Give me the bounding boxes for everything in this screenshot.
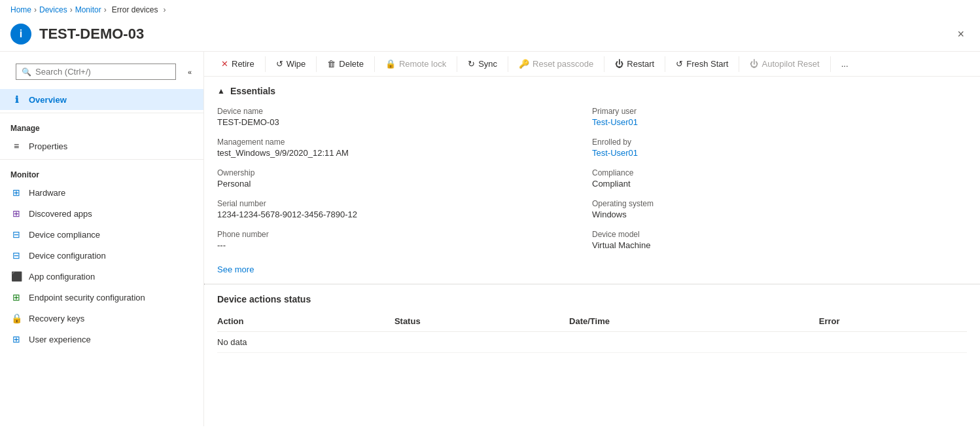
page-icon: i xyxy=(10,24,31,45)
toolbar-divider xyxy=(265,56,266,72)
essentials-title: Essentials xyxy=(230,86,275,96)
essentials-mgmt-name: Management name test_Windows_9/9/2020_12… xyxy=(217,134,592,164)
search-box[interactable]: 🔍 xyxy=(16,64,176,80)
close-button[interactable]: × xyxy=(952,25,970,44)
more-button[interactable]: ... xyxy=(835,56,855,72)
sidebar-item-overview[interactable]: ℹ Overview xyxy=(0,89,203,110)
col-error: Error xyxy=(819,312,967,332)
device-configuration-label: Device configuration xyxy=(29,251,106,261)
app-configuration-icon: ⬛ xyxy=(10,271,22,282)
primary-user-link[interactable]: Test-User01 xyxy=(592,117,638,127)
monitor-section-label: Monitor xyxy=(0,162,203,182)
sidebar-item-hardware[interactable]: ⊞ Hardware xyxy=(0,182,203,203)
overview-icon: ℹ xyxy=(10,94,22,105)
user-experience-icon: ⊞ xyxy=(10,334,22,344)
essentials-chevron: ▲ xyxy=(217,86,225,96)
device-actions-section: Device actions status Action Status Date… xyxy=(204,285,980,362)
restart-icon: ⏻ xyxy=(615,59,623,69)
delete-icon: 🗑 xyxy=(327,59,336,69)
essentials-os: Operating system Windows xyxy=(592,195,967,226)
sync-icon: ↻ xyxy=(468,59,475,69)
enrolled-by-link[interactable]: Test-User01 xyxy=(592,148,638,158)
breadcrumb-home[interactable]: Home xyxy=(10,5,31,14)
discovered-apps-label: Discovered apps xyxy=(29,209,92,219)
essentials-serial-number: Serial number 1234-1234-5678-9012-3456-7… xyxy=(217,195,592,226)
sidebar-item-device-configuration[interactable]: ⊟ Device configuration xyxy=(0,245,203,266)
user-experience-label: User experience xyxy=(29,335,91,344)
toolbar-divider-3 xyxy=(374,56,375,72)
search-icon: 🔍 xyxy=(22,67,31,77)
sidebar-item-recovery-keys[interactable]: 🔒 Recovery keys xyxy=(0,308,203,329)
reset-passcode-icon: 🔑 xyxy=(519,59,529,69)
essentials-ownership: Ownership Personal xyxy=(217,164,592,195)
collapse-button[interactable]: « xyxy=(184,67,196,77)
sidebar: 🔍 « ℹ Overview Manage ≡ Properties Monit… xyxy=(0,52,204,426)
overview-label: Overview xyxy=(29,95,67,105)
content-area: ✕ Retire ↺ Wipe 🗑 Delete 🔒 Remote lock ↻… xyxy=(204,52,980,426)
breadcrumb-monitor[interactable]: Monitor xyxy=(75,5,101,14)
wipe-button[interactable]: ↺ Wipe xyxy=(270,56,313,72)
main-layout: 🔍 « ℹ Overview Manage ≡ Properties Monit… xyxy=(0,52,980,426)
essentials-header[interactable]: ▲ Essentials xyxy=(204,77,980,103)
device-configuration-icon: ⊟ xyxy=(10,250,22,261)
col-datetime: Date/Time xyxy=(569,312,819,332)
essentials-right-col: Primary user Test-User01 Enrolled by Tes… xyxy=(592,103,967,257)
sidebar-item-device-compliance[interactable]: ⊟ Device compliance xyxy=(0,224,203,245)
essentials-enrolled-by: Enrolled by Test-User01 xyxy=(592,134,967,164)
sidebar-item-app-configuration[interactable]: ⬛ App configuration xyxy=(0,266,203,287)
device-compliance-label: Device compliance xyxy=(29,230,100,240)
reset-passcode-button[interactable]: 🔑 Reset passcode xyxy=(512,56,600,72)
retire-icon: ✕ xyxy=(221,59,228,69)
wipe-icon: ↺ xyxy=(276,59,283,69)
toolbar-divider-8 xyxy=(739,56,739,72)
remote-lock-icon: 🔒 xyxy=(385,59,396,69)
fresh-start-icon: ↺ xyxy=(676,59,683,69)
see-more-section: See more xyxy=(204,265,980,284)
no-data-cell: No data xyxy=(217,332,967,353)
properties-label: Properties xyxy=(29,141,67,151)
hardware-label: Hardware xyxy=(29,188,65,198)
autopilot-reset-icon: ⏻ xyxy=(750,59,758,69)
hardware-icon: ⊞ xyxy=(10,187,22,198)
toolbar-divider-9 xyxy=(830,56,831,72)
sidebar-item-endpoint-security[interactable]: ⊞ Endpoint security configuration xyxy=(0,287,203,308)
endpoint-security-icon: ⊞ xyxy=(10,292,22,302)
breadcrumb: Home › Devices › Monitor › Error devices… xyxy=(0,0,980,20)
properties-icon: ≡ xyxy=(10,141,22,151)
col-action: Action xyxy=(217,312,394,332)
endpoint-security-label: Endpoint security configuration xyxy=(29,293,145,302)
table-row-no-data: No data xyxy=(217,332,967,353)
device-actions-title: Device actions status xyxy=(217,294,967,304)
discovered-apps-icon: ⊞ xyxy=(10,208,22,219)
search-input[interactable] xyxy=(35,67,170,77)
sync-button[interactable]: ↻ Sync xyxy=(461,56,504,72)
essentials-compliance: Compliance Compliant xyxy=(592,164,967,195)
device-actions-table: Action Status Date/Time Error No data xyxy=(217,312,967,353)
sidebar-item-discovered-apps[interactable]: ⊞ Discovered apps xyxy=(0,203,203,224)
sidebar-item-user-experience[interactable]: ⊞ User experience xyxy=(0,329,203,350)
autopilot-reset-button[interactable]: ⏻ Autopilot Reset xyxy=(743,56,826,72)
app-configuration-label: App configuration xyxy=(29,272,95,282)
remote-lock-button[interactable]: 🔒 Remote lock xyxy=(379,56,453,72)
essentials-device-model: Device model Virtual Machine xyxy=(592,226,967,257)
essentials-device-name: Device name TEST-DEMO-03 xyxy=(217,103,592,134)
restart-button[interactable]: ⏻ Restart xyxy=(608,56,661,72)
essentials-primary-user: Primary user Test-User01 xyxy=(592,103,967,134)
see-more-link[interactable]: See more xyxy=(217,265,254,274)
toolbar-divider-2 xyxy=(316,56,317,72)
page-title: TEST-DEMO-03 xyxy=(39,26,952,43)
essentials-phone: Phone number --- xyxy=(217,226,592,257)
fresh-start-button[interactable]: ↺ Fresh Start xyxy=(669,56,735,72)
retire-button[interactable]: ✕ Retire xyxy=(215,56,261,72)
toolbar-divider-4 xyxy=(457,56,457,72)
delete-button[interactable]: 🗑 Delete xyxy=(321,56,370,72)
manage-section-label: Manage xyxy=(0,116,203,136)
sidebar-item-properties[interactable]: ≡ Properties xyxy=(0,136,203,156)
device-compliance-icon: ⊟ xyxy=(10,229,22,240)
toolbar: ✕ Retire ↺ Wipe 🗑 Delete 🔒 Remote lock ↻… xyxy=(204,52,980,77)
toolbar-divider-5 xyxy=(508,56,508,72)
essentials-grid: Device name TEST-DEMO-03 Management name… xyxy=(204,103,980,265)
breadcrumb-devices[interactable]: Devices xyxy=(39,5,67,14)
recovery-keys-icon: 🔒 xyxy=(10,313,22,323)
toolbar-divider-7 xyxy=(665,56,665,72)
